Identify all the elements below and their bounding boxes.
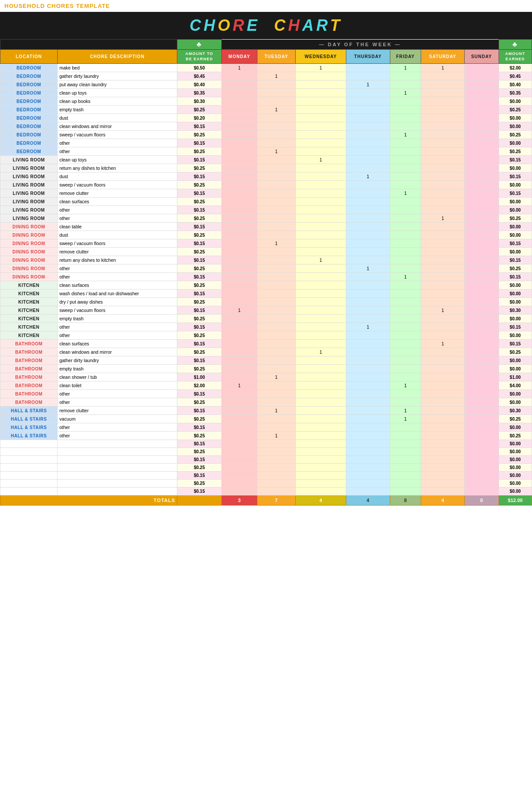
day-cell-fri[interactable] — [390, 206, 421, 214]
day-cell-sat[interactable] — [421, 423, 465, 432]
day-cell-fri[interactable] — [390, 472, 421, 480]
day-cell-mon[interactable] — [221, 432, 257, 440]
day-cell-wed[interactable] — [296, 448, 346, 456]
day-cell-thu[interactable] — [346, 290, 390, 298]
day-cell-sun[interactable] — [464, 306, 499, 315]
day-cell-sat[interactable] — [421, 189, 465, 198]
day-cell-sun[interactable] — [464, 81, 499, 89]
day-cell-tue[interactable] — [257, 348, 295, 356]
day-cell-wed[interactable] — [296, 114, 346, 122]
day-cell-fri[interactable] — [390, 340, 421, 348]
day-cell-sun[interactable] — [464, 480, 499, 488]
day-cell-thu[interactable] — [346, 256, 390, 264]
day-cell-thu[interactable] — [346, 106, 390, 114]
day-cell-mon[interactable] — [221, 89, 257, 97]
day-cell-sat[interactable] — [421, 239, 465, 248]
day-cell-mon[interactable] — [221, 407, 257, 415]
day-cell-tue[interactable] — [257, 89, 295, 97]
day-cell-thu[interactable] — [346, 464, 390, 472]
day-cell-sun[interactable] — [464, 448, 499, 456]
day-cell-fri[interactable] — [390, 139, 421, 147]
day-cell-mon[interactable] — [221, 373, 257, 381]
day-cell-tue[interactable] — [257, 390, 295, 398]
day-cell-sat[interactable] — [421, 198, 465, 206]
day-cell-mon[interactable] — [221, 472, 257, 480]
day-cell-fri[interactable] — [390, 181, 421, 189]
day-cell-thu[interactable] — [346, 131, 390, 139]
day-cell-tue[interactable] — [257, 256, 295, 264]
day-cell-sun[interactable] — [464, 139, 499, 147]
day-cell-sun[interactable] — [464, 290, 499, 298]
day-cell-mon[interactable] — [221, 348, 257, 356]
day-cell-fri[interactable] — [390, 214, 421, 223]
day-cell-wed[interactable] — [296, 390, 346, 398]
day-cell-sat[interactable] — [421, 440, 465, 448]
day-cell-mon[interactable] — [221, 81, 257, 89]
day-cell-fri[interactable] — [390, 323, 421, 331]
day-cell-tue[interactable] — [257, 323, 295, 331]
day-cell-tue[interactable] — [257, 223, 295, 231]
day-cell-sun[interactable] — [464, 106, 499, 114]
day-cell-mon[interactable] — [221, 122, 257, 131]
day-cell-wed[interactable] — [296, 273, 346, 281]
day-cell-mon[interactable] — [221, 323, 257, 331]
day-cell-tue[interactable] — [257, 131, 295, 139]
day-cell-fri[interactable] — [390, 198, 421, 206]
day-cell-sat[interactable] — [421, 89, 465, 97]
day-cell-fri[interactable] — [390, 464, 421, 472]
day-cell-sat[interactable] — [421, 398, 465, 407]
day-cell-mon[interactable] — [221, 464, 257, 472]
day-cell-thu[interactable] — [346, 381, 390, 390]
day-cell-fri[interactable] — [390, 298, 421, 306]
day-cell-tue[interactable] — [257, 415, 295, 423]
day-cell-fri[interactable] — [390, 239, 421, 248]
day-cell-sun[interactable] — [464, 323, 499, 331]
day-cell-sat[interactable] — [421, 114, 465, 122]
day-cell-thu[interactable] — [346, 89, 390, 97]
day-cell-tue[interactable] — [257, 206, 295, 214]
day-cell-sat[interactable] — [421, 488, 465, 495]
day-cell-mon[interactable] — [221, 273, 257, 281]
day-cell-sat[interactable] — [421, 72, 465, 81]
day-cell-sat[interactable] — [421, 181, 465, 189]
day-cell-fri[interactable] — [390, 81, 421, 89]
day-cell-wed[interactable] — [296, 398, 346, 407]
day-cell-wed[interactable]: 1 — [296, 256, 346, 264]
day-cell-sat[interactable]: 1 — [421, 340, 465, 348]
day-cell-fri[interactable] — [390, 256, 421, 264]
day-cell-sun[interactable] — [464, 464, 499, 472]
day-cell-sun[interactable] — [464, 340, 499, 348]
day-cell-mon[interactable] — [221, 198, 257, 206]
day-cell-fri[interactable] — [390, 281, 421, 290]
day-cell-wed[interactable] — [296, 89, 346, 97]
day-cell-fri[interactable] — [390, 373, 421, 381]
day-cell-thu[interactable] — [346, 398, 390, 407]
day-cell-mon[interactable] — [221, 440, 257, 448]
day-cell-fri[interactable] — [390, 164, 421, 172]
day-cell-wed[interactable] — [296, 340, 346, 348]
day-cell-sun[interactable] — [464, 373, 499, 381]
day-cell-wed[interactable] — [296, 298, 346, 306]
day-cell-wed[interactable] — [296, 432, 346, 440]
day-cell-mon[interactable] — [221, 239, 257, 248]
day-cell-sun[interactable] — [464, 415, 499, 423]
day-cell-wed[interactable] — [296, 331, 346, 340]
day-cell-sat[interactable] — [421, 231, 465, 239]
day-cell-sun[interactable] — [464, 273, 499, 281]
day-cell-thu[interactable] — [346, 139, 390, 147]
day-cell-sun[interactable] — [464, 281, 499, 290]
day-cell-thu[interactable] — [346, 356, 390, 365]
day-cell-sun[interactable] — [464, 97, 499, 106]
day-cell-fri[interactable]: 1 — [390, 64, 421, 72]
day-cell-sun[interactable] — [464, 472, 499, 480]
day-cell-wed[interactable] — [296, 122, 346, 131]
day-cell-wed[interactable] — [296, 488, 346, 495]
day-cell-sat[interactable] — [421, 164, 465, 172]
day-cell-wed[interactable] — [296, 464, 346, 472]
day-cell-sat[interactable] — [421, 290, 465, 298]
day-cell-tue[interactable]: 1 — [257, 407, 295, 415]
day-cell-tue[interactable] — [257, 480, 295, 488]
day-cell-mon[interactable] — [221, 298, 257, 306]
day-cell-wed[interactable] — [296, 147, 346, 156]
day-cell-sun[interactable] — [464, 89, 499, 97]
